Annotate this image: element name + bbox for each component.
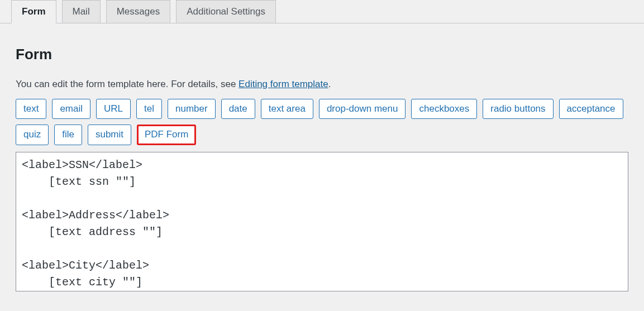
- tag-btn-text[interactable]: text: [16, 99, 46, 119]
- tag-btn-quiz[interactable]: quiz: [16, 125, 49, 145]
- tag-button-row: text email URL tel number date text area…: [16, 99, 628, 145]
- help-text-prefix: You can edit the form template here. For…: [16, 79, 238, 89]
- tag-btn-acceptance[interactable]: acceptance: [559, 99, 623, 119]
- tag-btn-submit[interactable]: submit: [88, 125, 131, 145]
- tag-btn-checkboxes[interactable]: checkboxes: [411, 99, 477, 119]
- tag-btn-url[interactable]: URL: [96, 99, 131, 119]
- form-template-textarea[interactable]: [16, 152, 628, 291]
- tag-btn-email[interactable]: email: [52, 99, 90, 119]
- tag-btn-pdf-form[interactable]: PDF Form: [137, 125, 196, 145]
- help-text-suffix: .: [328, 79, 331, 89]
- tab-mail[interactable]: Mail: [62, 0, 101, 23]
- panel-heading: Form: [16, 46, 628, 63]
- tag-btn-dropdown[interactable]: drop-down menu: [319, 99, 406, 119]
- tab-additional-settings[interactable]: Additional Settings: [176, 0, 276, 23]
- tag-btn-date[interactable]: date: [221, 99, 255, 119]
- help-text: You can edit the form template here. For…: [16, 79, 628, 90]
- tab-messages[interactable]: Messages: [106, 0, 170, 23]
- tabs-bar: Form Mail Messages Additional Settings: [0, 0, 644, 23]
- tag-btn-tel[interactable]: tel: [136, 99, 162, 119]
- tag-btn-number[interactable]: number: [168, 99, 216, 119]
- tag-btn-textarea[interactable]: text area: [261, 99, 313, 119]
- form-panel: Form You can edit the form template here…: [0, 23, 644, 305]
- tag-btn-file[interactable]: file: [54, 125, 82, 145]
- tab-form[interactable]: Form: [11, 0, 56, 23]
- tag-btn-radio[interactable]: radio buttons: [483, 99, 553, 119]
- help-link[interactable]: Editing form template: [238, 79, 328, 89]
